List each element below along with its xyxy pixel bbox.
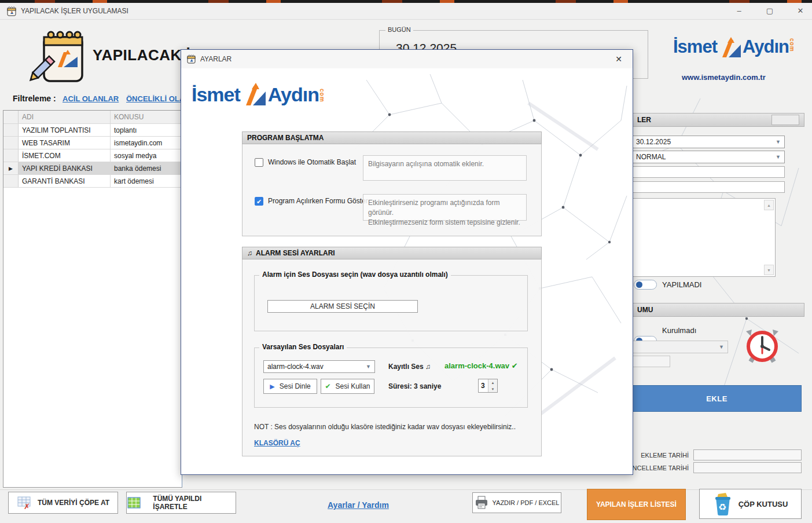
open-folder-link[interactable]: KLASÖRÜ AÇ bbox=[254, 439, 300, 447]
table-header-selector bbox=[3, 111, 19, 123]
autostart-label: Windows ile Otomatik Başlat bbox=[268, 158, 356, 166]
detail-priority-combo[interactable]: NORMAL▼ bbox=[632, 151, 785, 163]
table-row[interactable]: WEB TASARIM ismetaydin.com bbox=[3, 137, 182, 149]
detail-panel-header-text: LER bbox=[637, 116, 651, 124]
window-titlebar: YAPILACAK İŞLER UYGULAMASI – ▢ ✕ bbox=[0, 3, 812, 20]
detail-subject-input[interactable] bbox=[632, 181, 785, 193]
autostart-description: Bilgisayarın açılışına otomatik eklenir. bbox=[363, 155, 527, 181]
scroll-down-icon[interactable]: ▼ bbox=[764, 265, 774, 275]
spinner-down-icon[interactable]: ▼ bbox=[488, 386, 497, 392]
alarm-time-combo[interactable]: ▼ bbox=[632, 341, 728, 353]
row-selected-marker: ▶ bbox=[3, 162, 19, 174]
saved-sound-filename: alarm-clock-4.wav ✔ bbox=[444, 361, 518, 370]
duration-label: Süresi: 3 saniye bbox=[388, 382, 441, 390]
app-icon bbox=[7, 6, 16, 19]
settings-dialog: AYARLAR ✕ İsmet Aydın com PROGRAM BAŞLAT… bbox=[181, 49, 633, 475]
chevron-down-icon: ▼ bbox=[719, 344, 724, 350]
alarm-extra-input[interactable] bbox=[632, 356, 670, 367]
detail-panel-header: LER bbox=[632, 113, 804, 127]
dialog-icon bbox=[187, 54, 196, 64]
done-toggle-label: YAPILMADI bbox=[662, 280, 701, 289]
updated-date-label: NCELLEME TARİHİ bbox=[627, 465, 689, 471]
added-date-field bbox=[693, 449, 802, 460]
music-icon: ♫ bbox=[425, 363, 431, 371]
use-sound-button[interactable]: ✔ Sesi Kullan bbox=[321, 379, 374, 394]
add-button[interactable]: EKLE bbox=[632, 385, 802, 412]
footer-bar: ✗ TÜM VERİYİ ÇÖPE AT TÜMÜ YAPILDI İŞARET… bbox=[0, 489, 812, 523]
maximize-button[interactable]: ▢ bbox=[761, 3, 778, 19]
sound-file-combo[interactable]: alarm-clock-4.wav ▼ bbox=[263, 360, 375, 373]
done-list-button[interactable]: YAPILAN İŞLER LİSTESİ bbox=[587, 489, 686, 520]
table-header-adi[interactable]: ADI bbox=[19, 111, 111, 123]
note-text: NOT : Ses dosyalarının olduğu klasöre is… bbox=[254, 423, 516, 431]
detail-date-combo[interactable]: 30.12.2025▼ bbox=[632, 136, 785, 148]
brand-second: Aydın bbox=[743, 36, 789, 57]
recycle-bin-button[interactable]: ♻ ÇÖP KUTUSU bbox=[699, 489, 802, 519]
duration-spinner[interactable]: 3 ▲ ▼ bbox=[478, 379, 498, 393]
dialog-close-button[interactable]: ✕ bbox=[611, 54, 627, 64]
choose-sound-button[interactable]: ALARM SESİ SEÇİN bbox=[267, 300, 418, 313]
todo-table: ADI KONUSU YAZILIM TOPLANTISI toplantı W… bbox=[3, 110, 182, 488]
chevron-down-icon: ▼ bbox=[366, 364, 371, 370]
dialog-brand-logo: İsmet Aydın com bbox=[187, 75, 332, 114]
trash-all-button[interactable]: ✗ TÜM VERİYİ ÇÖPE AT bbox=[8, 492, 118, 514]
brand-first: İsmet bbox=[673, 36, 717, 57]
table-header-row: ADI KONUSU bbox=[3, 111, 182, 124]
detail-notes-textarea[interactable]: ▲ ▼ bbox=[632, 198, 776, 277]
scroll-up-icon[interactable]: ▲ bbox=[764, 200, 774, 210]
showform-description: Etkinleştirirseniz programı açtığınızda … bbox=[363, 194, 527, 221]
chevron-down-icon: ▼ bbox=[776, 139, 781, 145]
print-button[interactable]: YAZDIR / PDF / EXCEL bbox=[472, 492, 561, 513]
printer-icon bbox=[475, 496, 488, 510]
showform-label: Program Açılırken Formu Göster bbox=[268, 197, 368, 205]
alarm-clock-icon bbox=[744, 328, 781, 366]
program-start-header: PROGRAM BAŞLATMA bbox=[242, 131, 542, 144]
detail-name-input[interactable] bbox=[632, 166, 785, 178]
detail-panel: LER 30.12.2025▼ NORMAL▼ ▲ ▼ YAPILMADI UM… bbox=[632, 110, 804, 475]
autostart-checkbox[interactable] bbox=[255, 158, 263, 167]
check-icon: ✔ bbox=[325, 382, 330, 390]
svg-text:♻: ♻ bbox=[718, 502, 726, 512]
table-delete-icon: ✗ bbox=[17, 496, 32, 510]
close-button[interactable]: ✕ bbox=[792, 3, 809, 19]
program-start-panel: PROGRAM BAŞLATMA Windows ile Otomatik Ba… bbox=[242, 131, 542, 236]
svg-text:✗: ✗ bbox=[24, 502, 30, 510]
brand-suffix: com bbox=[789, 38, 795, 52]
saved-sound-label: Kayıtlı Ses ♫ bbox=[388, 363, 431, 371]
updated-date-field bbox=[693, 462, 802, 473]
brand-triangle-icon bbox=[718, 36, 742, 58]
alarm-sound-header: ♫ ALARM SESİ AYARLARI bbox=[242, 247, 542, 259]
table-row[interactable]: GARANTİ BANKASI kart ödemesi bbox=[3, 175, 182, 188]
added-date-label: EKLEME TARİHİ bbox=[638, 452, 689, 459]
filter-urgent-link[interactable]: ACİL OLANLAR bbox=[63, 94, 119, 103]
default-sounds-groupbox: Varsayılan Ses Dosyaları alarm-clock-4.w… bbox=[254, 348, 528, 408]
showform-checkbox[interactable]: ✔ bbox=[255, 197, 263, 206]
settings-help-link[interactable]: Ayarlar / Yardım bbox=[328, 500, 389, 510]
brand-triangle-icon bbox=[241, 82, 267, 107]
dialog-title: AYARLAR bbox=[200, 55, 232, 63]
alarm-sound-panel: ♫ ALARM SESİ AYARLARI Alarm için Ses Dos… bbox=[242, 247, 542, 456]
alarm-section-header-text: UMU bbox=[637, 306, 653, 314]
listen-sound-button[interactable]: ▶ Sesi Dinle bbox=[263, 379, 317, 394]
window-title: YAPILACAK İŞLER UYGULAMASI bbox=[21, 3, 128, 19]
detail-header-box[interactable] bbox=[771, 115, 799, 125]
table-done-icon bbox=[127, 496, 141, 509]
alarm-section-header: UMU bbox=[632, 303, 804, 317]
spinner-up-icon[interactable]: ▲ bbox=[488, 379, 497, 386]
check-icon: ✔ bbox=[256, 198, 262, 205]
done-toggle[interactable] bbox=[634, 280, 657, 290]
today-group-label: BUGÜN bbox=[385, 26, 413, 33]
mark-all-done-button[interactable]: TÜMÜ YAPILDI İŞARETLE bbox=[126, 492, 236, 514]
music-icon: ♫ bbox=[247, 249, 252, 257]
app-logo bbox=[28, 28, 91, 88]
brand-logo: İsmet Aydın com bbox=[673, 36, 795, 58]
table-row[interactable]: YAZILIM TOPLANTISI toplantı bbox=[3, 124, 182, 137]
table-header-konusu[interactable]: KONUSU bbox=[111, 111, 182, 123]
alarm-toggle-label: Kurulmadı bbox=[662, 326, 696, 335]
chevron-down-icon: ▼ bbox=[776, 154, 781, 160]
brand-site-link[interactable]: www.ismetaydin.com.tr bbox=[682, 73, 766, 82]
recycle-bin-icon: ♻ bbox=[713, 492, 733, 515]
minimize-button[interactable]: – bbox=[730, 3, 748, 19]
table-row[interactable]: İSMET.COM sosyal medya bbox=[3, 149, 182, 162]
table-row-selected[interactable]: ▶ YAPI KREDİ BANKASI banka ödemesi bbox=[3, 162, 182, 175]
